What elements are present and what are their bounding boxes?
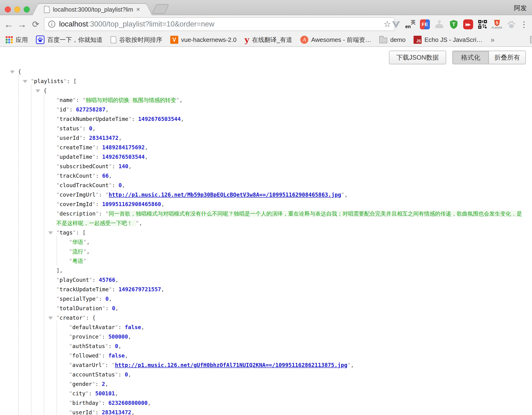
bookmark-baidu[interactable]: 百度一下，你就知道 — [36, 36, 103, 44]
json-line: "description": "同一首歌，独唱模式与对唱模式有没有什么不同呢？独… — [0, 209, 527, 228]
collapse-all-button[interactable]: 折叠所有 — [488, 51, 526, 64]
collapse-toggle-icon[interactable] — [48, 232, 53, 234]
json-line: "authStatus": 0, — [0, 341, 527, 351]
bookmark-star-icon[interactable]: ☆ — [383, 19, 391, 29]
collapse-toggle-icon[interactable] — [23, 80, 28, 83]
json-tree: {"playlists": [{"name": "独唱与对唱的切换 氛围与情感的… — [0, 47, 531, 415]
json-line: "coverImgUrl": "http://p1.music.126.net/… — [0, 190, 527, 199]
json-line: "birthday": 623260800000, — [0, 398, 527, 408]
json-line: "trackNumberUpdateTime": 1492676503544, — [0, 114, 527, 124]
json-line: { — [0, 86, 527, 95]
bookmarks-overflow-icon[interactable]: » — [491, 36, 495, 44]
browser-toolbar: ← → ⟳ i localhost:3000/top_playlist?limi… — [0, 15, 532, 33]
json-line: "playCount": 45766, — [0, 275, 527, 285]
json-line: "defaultAvatar": false, — [0, 322, 527, 332]
json-line: "createTime": 1489284175692, — [0, 143, 527, 152]
awesomes-icon: A — [300, 36, 308, 44]
reload-button[interactable]: ⟳ — [29, 15, 42, 34]
json-line: "id": 627258287, — [0, 105, 527, 114]
paw-icon[interactable] — [506, 19, 517, 30]
bookmark-apps[interactable]: 应用 — [6, 36, 28, 44]
json-line: "totalDuration": 0, — [0, 304, 527, 313]
folder-icon — [379, 38, 387, 43]
collapse-toggle-icon[interactable] — [10, 70, 15, 74]
json-line: "cloudTrackCount": 0, — [0, 181, 527, 190]
json-line: "coverImgId": 109951162908465860, — [0, 199, 527, 209]
new-tab-button[interactable] — [152, 4, 169, 14]
sitemap-icon[interactable] — [434, 19, 445, 30]
youdao-icon: y — [245, 36, 249, 44]
json-line: "followed": false, — [0, 351, 527, 360]
json-line: "avatarUrl": "http://p1.music.126.net/gU… — [0, 360, 527, 370]
translate-icon[interactable]: 英 en — [405, 19, 416, 30]
site-info-icon[interactable]: i — [48, 20, 55, 28]
json-tools: 下载JSON数据 格式化 折叠所有 — [389, 51, 526, 64]
json-line: "city": 500101, — [0, 389, 527, 398]
json-line: "subscribedCount": 140, — [0, 162, 527, 171]
json-link[interactable]: http://p1.music.126.net/gUfH0bhzOfAl71NU… — [115, 362, 347, 368]
back-button[interactable]: ← — [2, 15, 15, 34]
minimize-window-button[interactable] — [14, 6, 20, 12]
json-line: "trackUpdateTime": 1492679721557, — [0, 285, 527, 294]
json-line: "流行", — [0, 247, 527, 256]
bookmarks-bar: 应用 百度一下，你就知道 谷歌按时间排序 V vue-hackernews-2.… — [0, 33, 532, 47]
vue-orange-icon: V — [170, 36, 178, 44]
address-bar[interactable]: i localhost:3000/top_playlist?limit=10&o… — [44, 17, 395, 31]
json-line: { — [0, 67, 527, 77]
baidu-paw-icon — [36, 36, 44, 44]
tab-close-icon[interactable]: × — [136, 6, 140, 13]
forward-button[interactable]: → — [16, 15, 28, 34]
json-line: "accountStatus": 0, — [0, 370, 527, 379]
json-line: ], — [0, 266, 527, 275]
url-text: localhost:3000/top_playlist?limit=10&ord… — [59, 20, 383, 29]
profile-name: 阿发 — [514, 4, 527, 12]
bookmark-google-sort[interactable]: 谷歌按时间排序 — [111, 36, 162, 44]
other-bookmarks-folder[interactable]: 其他书签 — [530, 36, 532, 44]
json-line: "华语", — [0, 237, 527, 247]
page-favicon — [44, 6, 50, 13]
vue-devtools-icon[interactable] — [391, 19, 401, 30]
format-collapse-group: 格式化 折叠所有 — [452, 51, 526, 64]
json-line: "updateTime": 1492676503544, — [0, 152, 527, 162]
bookmark-vue-hackernews[interactable]: V vue-hackernews-2.0 — [170, 36, 237, 44]
download-json-button[interactable]: 下载JSON数据 — [389, 51, 446, 64]
json-line: "tags": [ — [0, 228, 527, 237]
collapse-toggle-icon[interactable] — [48, 317, 53, 320]
json-link[interactable]: http://p1.music.126.net/Mb59p30BpEQLcBQe… — [109, 192, 341, 198]
fast-forward-icon[interactable]: ▶▶ — [463, 19, 474, 30]
html5-player-icon[interactable]: 5 PLAYER — [492, 19, 503, 30]
qr-code-icon[interactable] — [477, 19, 488, 30]
extensions-row: 英 en FE T ▶▶ 5 PLAYER — [391, 15, 517, 34]
bookmark-awesomes[interactable]: A Awesomes - 前端资… — [300, 36, 371, 44]
zoom-window-button[interactable] — [24, 6, 30, 12]
browser-tab[interactable]: localhost:3000/top_playlist?lim × — [39, 3, 146, 15]
json-line: "creator": { — [0, 313, 527, 322]
tab-title: localhost:3000/top_playlist?lim — [53, 6, 135, 13]
page-icon — [111, 36, 116, 43]
json-line: "粤语" — [0, 256, 527, 266]
fe-extension-icon[interactable]: FE — [419, 19, 430, 30]
json-line: "name": "独唱与对唱的切换 氛围与情感的转变", — [0, 95, 527, 105]
echojs-icon: JS — [414, 36, 422, 44]
tab-strip: localhost:3000/top_playlist?lim × 阿发 — [0, 0, 532, 15]
json-line: "province": 500000, — [0, 332, 527, 341]
json-line: "status": 0, — [0, 124, 527, 133]
folder-icon — [530, 38, 532, 43]
url-path: :3000/top_playlist?limit=10&order=new — [88, 20, 214, 28]
format-button[interactable]: 格式化 — [452, 51, 488, 64]
bookmark-youdao-translate[interactable]: y 在线翻译_有道 — [245, 36, 292, 44]
svg-text:T: T — [452, 21, 456, 27]
json-line: "gender": 2, — [0, 379, 527, 389]
apps-grid-icon — [6, 36, 13, 43]
browser-menu-icon[interactable]: ⋮ — [519, 15, 529, 34]
json-line: "userId": 283413472, — [0, 133, 527, 143]
json-line: "playlists": [ — [0, 77, 527, 86]
bookmark-demo-folder[interactable]: demo — [379, 36, 406, 44]
bookmark-echojs[interactable]: JS Echo JS - JavaScri… — [414, 36, 483, 44]
shield-extension-icon[interactable]: T — [448, 19, 459, 30]
json-line: "userId": 283413472, — [0, 408, 527, 415]
json-line: "trackCount": 66, — [0, 171, 527, 181]
collapse-toggle-icon[interactable] — [36, 89, 40, 93]
json-line: "specialType": 0, — [0, 294, 527, 304]
close-window-button[interactable] — [5, 6, 11, 12]
